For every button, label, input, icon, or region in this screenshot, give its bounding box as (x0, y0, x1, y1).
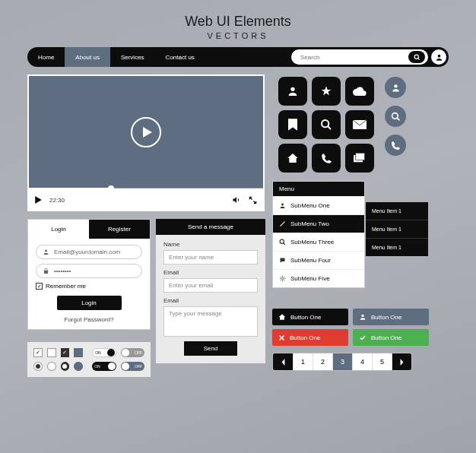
email-input[interactable]: Enter your email (163, 278, 258, 293)
forgot-password-link[interactable]: Forgot Password? (36, 316, 142, 323)
tile-star[interactable] (312, 77, 341, 106)
tile-cloud[interactable] (345, 77, 374, 106)
person-icon (43, 249, 49, 255)
tile-home[interactable] (278, 144, 307, 173)
tab-register[interactable]: Register (89, 220, 150, 239)
person-icon (359, 313, 367, 321)
circle-search[interactable] (385, 106, 406, 127)
page-5[interactable]: 5 (372, 353, 392, 370)
menu-item-label: SubMenu One (290, 202, 330, 209)
tile-mail[interactable] (345, 110, 374, 139)
profile-button[interactable] (431, 49, 446, 65)
pager-next[interactable] (392, 353, 411, 370)
page-2[interactable]: 2 (313, 353, 332, 370)
menu-item-4[interactable]: SubMenu Four (273, 251, 364, 269)
checkbox-3[interactable]: ✓ (61, 348, 70, 357)
person-icon (391, 83, 401, 93)
radio-4[interactable] (74, 362, 83, 371)
remember-label: Remember me (46, 283, 86, 290)
pager-prev[interactable] (273, 353, 293, 370)
submenu-item-1[interactable]: Menu Item 1 (366, 202, 428, 220)
contact-title: Send a message (156, 219, 265, 235)
contact-form: Send a message Name Enter your name Emai… (156, 219, 265, 363)
menu-item-2[interactable]: SubMenu Two (273, 214, 364, 233)
video-progress[interactable] (29, 188, 263, 189)
svg-line-1 (417, 58, 419, 59)
search-icon (279, 239, 286, 246)
checkbox-2[interactable] (47, 348, 56, 357)
mail-icon (353, 120, 367, 129)
page-3[interactable]: 3 (332, 353, 352, 370)
radio-3[interactable] (61, 362, 70, 371)
button-grid: Button One Button One Button One Button … (272, 309, 429, 346)
message-input[interactable]: Type your message (163, 306, 258, 337)
tile-cards[interactable] (345, 144, 374, 173)
button-red[interactable]: Button One (272, 329, 348, 346)
home-icon (287, 152, 299, 164)
button-label: Button One (290, 334, 320, 341)
nav-item-home[interactable]: Home (27, 47, 65, 67)
checkbox-1[interactable]: ✓ (33, 348, 43, 357)
toggle-off-2[interactable]: OFF (121, 362, 144, 371)
email-field[interactable]: Email@yourdomain.com (36, 245, 142, 259)
person-icon (287, 85, 299, 97)
circle-person[interactable] (385, 77, 406, 98)
toggle-on-2[interactable]: ON (92, 362, 116, 371)
toggle-on-1[interactable]: ON (92, 348, 116, 357)
chat-icon (279, 257, 286, 264)
page-1[interactable]: 1 (293, 353, 313, 370)
navbar: Home About us Services Contact us Search (27, 47, 449, 67)
password-value: •••••••• (54, 268, 71, 274)
tile-phone[interactable] (312, 144, 341, 173)
checkbox-4[interactable] (74, 348, 83, 357)
password-field[interactable]: •••••••• (36, 264, 142, 278)
svg-point-12 (45, 250, 47, 252)
play-button[interactable] (131, 117, 161, 147)
nav-item-contact[interactable]: Contact us (155, 47, 205, 67)
radio-2[interactable] (47, 362, 56, 371)
menu-item-label: SubMenu Two (290, 220, 329, 227)
person-icon (435, 53, 443, 62)
submenu-item-3[interactable]: Menu Item 1 (366, 238, 428, 256)
fullscreen-icon[interactable] (249, 196, 257, 204)
tile-bookmark[interactable] (278, 110, 307, 139)
nav-item-about[interactable]: About us (65, 47, 110, 67)
login-button[interactable]: Login (57, 296, 122, 310)
video-screen[interactable] (27, 74, 265, 188)
menu-item-1[interactable]: SubMenu One (273, 196, 364, 214)
circle-phone[interactable] (385, 135, 406, 156)
submenu-item-2[interactable]: Menu Item 1 (366, 220, 428, 238)
menu-item-5[interactable]: SubMenu Five (273, 269, 364, 287)
svg-line-16 (284, 243, 285, 245)
search-input[interactable]: Search (291, 49, 428, 65)
play-small-icon[interactable] (35, 196, 42, 204)
volume-icon[interactable] (232, 195, 241, 204)
button-label: Button One (371, 334, 401, 341)
button-black[interactable]: Button One (272, 309, 348, 325)
nav-item-services[interactable]: Services (110, 47, 155, 67)
page-4[interactable]: 4 (352, 353, 372, 370)
person-icon (279, 202, 286, 209)
button-slate[interactable]: Button One (353, 309, 429, 325)
svg-point-0 (414, 55, 418, 59)
search-button[interactable] (408, 51, 425, 63)
radio-1[interactable] (33, 362, 43, 371)
menu-item-label: SubMenu Three (290, 239, 334, 246)
button-label: Button One (371, 314, 401, 321)
pencil-icon (279, 220, 286, 227)
phone-icon (391, 141, 401, 150)
name-input[interactable]: Enter your name (163, 250, 258, 265)
send-button[interactable]: Send (184, 341, 237, 356)
play-icon (143, 127, 152, 138)
toggle-off-1[interactable]: OFF (121, 348, 144, 357)
tab-login[interactable]: Login (28, 220, 89, 239)
menu-item-3[interactable]: SubMenu Three (273, 233, 364, 251)
tile-person[interactable] (278, 77, 307, 106)
button-green[interactable]: Button One (353, 329, 429, 346)
remember-checkbox[interactable]: ✓ (36, 283, 43, 290)
search-placeholder: Search (300, 54, 408, 61)
tile-search[interactable] (312, 110, 341, 139)
svg-point-4 (322, 120, 328, 127)
remember-me[interactable]: ✓ Remember me (36, 283, 142, 290)
email-placeholder: Email@yourdomain.com (54, 249, 120, 255)
